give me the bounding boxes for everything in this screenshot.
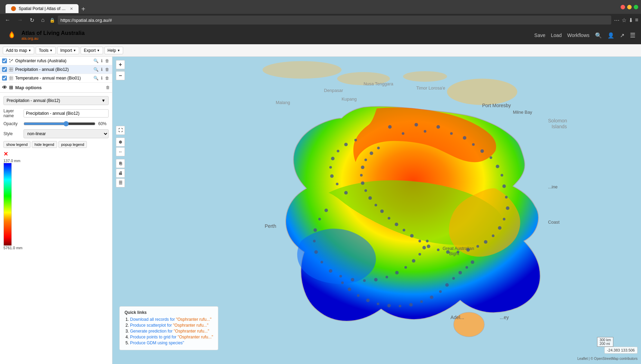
layer-1-checkbox[interactable] xyxy=(2,58,7,63)
svg-point-81 xyxy=(331,157,335,160)
svg-point-93 xyxy=(409,303,413,306)
menu-icon[interactable]: ≡ xyxy=(635,17,638,24)
active-tab[interactable]: Spatial Portal | Atlas of Livin... ✕ xyxy=(6,4,79,13)
layer-name-input[interactable] xyxy=(24,109,109,118)
refresh-button[interactable]: ↻ xyxy=(28,16,36,24)
forward-button[interactable]: → xyxy=(15,16,25,24)
tab-close-button[interactable]: ✕ xyxy=(70,7,73,11)
close-window-button[interactable] xyxy=(621,5,625,9)
tools-button[interactable]: Tools ▼ xyxy=(36,47,56,54)
map-options-delete-button[interactable]: 🗑 xyxy=(106,85,110,90)
svg-rect-9 xyxy=(9,76,11,78)
svg-point-33 xyxy=(506,206,509,210)
svg-point-22 xyxy=(424,130,427,133)
layer-1-info-button[interactable]: ℹ xyxy=(100,58,103,64)
home-button[interactable]: ⌂ xyxy=(39,16,47,24)
app-header: Atlas of Living Australia ala.org.au Sav… xyxy=(0,26,641,44)
layer-2-delete-button[interactable]: 🗑 xyxy=(104,67,110,72)
load-button[interactable]: Load xyxy=(551,32,562,38)
quick-link-3[interactable]: Generate prediction for "Osphranter rufu… xyxy=(130,329,209,334)
map-area[interactable]: Perth Adel... ...ey Port Moresby Milne B… xyxy=(112,57,641,364)
quick-link-5[interactable]: Produce GDM using species" xyxy=(130,340,184,345)
layer-3-zoom-button[interactable]: 🔍 xyxy=(93,75,99,81)
opacity-slider[interactable] xyxy=(24,121,95,127)
solomon-label2: Islands xyxy=(551,124,567,129)
export-button[interactable]: Export ▼ xyxy=(81,47,103,54)
svg-point-50 xyxy=(375,204,377,206)
back-button[interactable]: ← xyxy=(3,16,12,24)
layer-1-zoom-button[interactable]: 🔍 xyxy=(93,58,99,64)
workflows-button[interactable]: Workflows xyxy=(567,32,589,38)
show-legend-button[interactable]: show legend xyxy=(3,141,30,148)
layer-2-zoom-button[interactable]: 🔍 xyxy=(93,67,99,72)
style-select[interactable]: non-linear linear xyxy=(24,129,109,138)
new-tab-button[interactable]: + xyxy=(79,5,88,13)
svg-point-99 xyxy=(348,288,351,291)
bookmark-icon[interactable]: ☆ xyxy=(622,17,626,24)
svg-point-66 xyxy=(339,275,342,278)
quick-link-item-3: Generate prediction for "Osphranter rufu… xyxy=(130,329,213,334)
legend-color-bar xyxy=(3,163,12,246)
save-button[interactable]: Save xyxy=(534,32,546,38)
print-button[interactable]: 🖨 xyxy=(116,169,125,178)
download-icon[interactable]: ⬇ xyxy=(629,17,633,24)
logo-area: Atlas of Living Australia ala.org.au xyxy=(6,29,85,41)
grid-icon-2 xyxy=(9,76,13,80)
zoom-in-button[interactable]: + xyxy=(116,60,125,69)
import-button[interactable]: Import ▼ xyxy=(57,47,79,54)
minimize-window-button[interactable] xyxy=(627,5,632,9)
layer-selector-dropdown[interactable]: Precipitation - annual (Bio12) ▼ xyxy=(3,96,109,105)
perth-label: Perth xyxy=(265,223,276,229)
logo-text: Atlas of Living Australia ala.org.au xyxy=(21,30,85,40)
fullscreen-button[interactable]: ⛶ xyxy=(116,126,125,135)
share-icon[interactable]: ↗ xyxy=(620,32,624,39)
zoom-out-button[interactable]: − xyxy=(116,71,125,80)
layer-3-delete-button[interactable]: 🗑 xyxy=(104,75,110,81)
browser-actions: ⋯ ☆ ⬇ ≡ xyxy=(614,17,638,24)
search-icon[interactable]: 🔍 xyxy=(595,32,602,39)
quick-link-1[interactable]: Download all records for "Osphranter ruf… xyxy=(130,317,211,322)
hide-legend-button[interactable]: hide legend xyxy=(32,141,57,148)
svg-point-52 xyxy=(364,189,367,192)
add-to-map-button[interactable]: Add to map ▼ xyxy=(3,47,34,54)
svg-point-32 xyxy=(505,196,508,199)
tab-favicon xyxy=(11,6,16,11)
layer-1-delete-button[interactable]: 🗑 xyxy=(104,58,110,64)
quick-link-2[interactable]: Produce scatterplot for "Osphranter rufu… xyxy=(130,323,209,328)
layer-2-info-button[interactable]: ℹ xyxy=(100,67,103,72)
help-button[interactable]: Help ▼ xyxy=(104,47,123,54)
svg-point-79 xyxy=(330,174,333,178)
extensions-icon[interactable]: ⋯ xyxy=(614,17,620,24)
layer-item-2: Precipitation - annual (Bio12) 🔍 ℹ 🗑 xyxy=(0,65,112,74)
url-input[interactable] xyxy=(58,16,611,25)
layer-3-info-button[interactable]: ℹ xyxy=(100,75,103,81)
svg-point-100 xyxy=(341,281,344,284)
pan-button[interactable]: ↔ xyxy=(116,147,125,156)
user-icon[interactable]: 👤 xyxy=(607,32,614,39)
layer-2-checkbox[interactable] xyxy=(2,67,7,72)
dropdown-chevron-icon: ▼ xyxy=(101,98,106,103)
bight-label2: Bight xyxy=(449,251,459,256)
svg-point-84 xyxy=(354,139,357,141)
layer-2-name: Precipitation - annual (Bio12) xyxy=(15,67,91,72)
style-row: Style non-linear linear xyxy=(3,129,109,138)
png-label: Port Moresby xyxy=(482,103,511,108)
quick-link-4[interactable]: Produce points to grid for "Osphranter r… xyxy=(130,335,213,339)
maximize-window-button[interactable] xyxy=(634,5,638,9)
address-bar: ← → ↻ ⌂ 🔒 ⋯ ☆ ⬇ ≡ xyxy=(0,14,641,26)
legend-toggle-button[interactable]: ☰ xyxy=(116,178,125,187)
locate-button[interactable]: ⊕ xyxy=(116,138,125,147)
svg-point-35 xyxy=(498,226,502,230)
svg-point-73 xyxy=(412,259,415,262)
popup-legend-button[interactable]: popup legend xyxy=(58,141,87,148)
svg-point-91 xyxy=(430,296,433,299)
layer-3-checkbox[interactable] xyxy=(2,76,7,81)
tools-chevron-icon: ▼ xyxy=(49,49,53,52)
layer-item-3: Temperature - annual mean (Bio01) 🔍 ℹ 🗑 xyxy=(0,74,112,83)
legend-area: ✕ 137.0 mm 5761.0 mm xyxy=(3,151,109,250)
main-layout: Osphranter rufus (Australia) 🔍 ℹ 🗑 xyxy=(0,57,641,364)
hamburger-menu-icon[interactable]: ☰ xyxy=(630,31,635,39)
legend-close-icon[interactable]: ✕ xyxy=(3,151,109,157)
coordinates-value: -24.383 133.506 xyxy=(607,348,635,352)
copy-map-button[interactable]: ⎘ xyxy=(116,159,125,168)
